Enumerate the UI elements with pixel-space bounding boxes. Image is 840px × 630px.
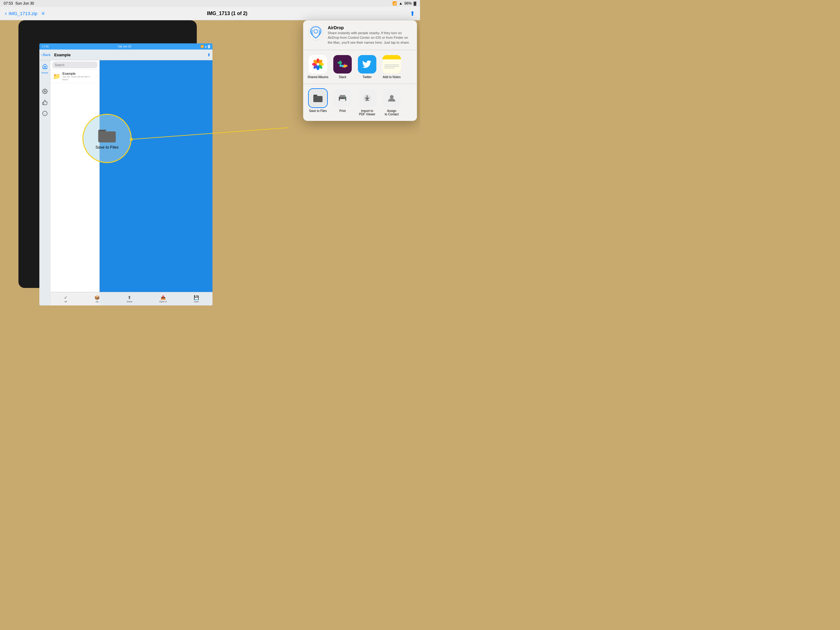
- save-to-files-label: Save to Files: [309, 109, 327, 112]
- share-sheet: AirDrop Share instantly with people near…: [303, 20, 417, 121]
- action-assign-contact[interactable]: Assignto Contact: [381, 89, 403, 116]
- ipad-date: Sat Jun 29: [118, 45, 131, 48]
- sidebar-home-icon[interactable]: [41, 63, 49, 70]
- action-import-pdf[interactable]: Import toPDF Viewer: [356, 89, 378, 116]
- import-pdf-icon: [358, 89, 376, 108]
- ipad-file-panel: 📁 Example Jan 05, 2016 09:46 AM 4 items …: [51, 60, 99, 306]
- toolbar-save[interactable]: 💾 Save: [194, 295, 199, 303]
- svg-rect-4: [98, 131, 116, 142]
- action-print[interactable]: Print: [332, 89, 354, 116]
- ipad-battery: 📶 ▲ ▓: [201, 45, 210, 48]
- annotation-folder-icon: [98, 128, 116, 143]
- file-item-arrow-icon: ›: [96, 75, 97, 78]
- airdrop-section: AirDrop Share instantly with people near…: [303, 20, 417, 50]
- sidebar-home-label: Home: [41, 71, 48, 74]
- photos-icon: [309, 55, 327, 73]
- twitter-icon: [358, 55, 376, 73]
- action-icons-row: Save to Files Print: [303, 84, 417, 121]
- sidebar-thumbsup-icon[interactable]: [41, 99, 49, 106]
- toolbar-zip-label: Zip: [96, 301, 99, 303]
- ipad-sidebar: Home: [39, 60, 51, 306]
- svg-point-18: [317, 63, 319, 65]
- annotation-label: Save to Files: [95, 145, 118, 149]
- svg-point-37: [390, 95, 393, 99]
- status-bar: 07:53 Sun Jun 30 📶 ▲ 96% ▓: [0, 0, 420, 7]
- app-icon-slack[interactable]: Slack: [332, 55, 354, 79]
- slack-icon: [333, 55, 352, 73]
- add-to-notes-label: Add to Notes: [383, 75, 401, 79]
- airdrop-icon: [308, 25, 324, 41]
- all-icon: ✓: [64, 295, 68, 300]
- airdrop-title: AirDrop: [328, 25, 412, 30]
- assign-contact-label: Assignto Contact: [385, 109, 399, 116]
- app-icon-twitter[interactable]: Twitter: [356, 55, 378, 79]
- open-in-icon: 📤: [161, 295, 166, 300]
- ipad-back-label: Back: [43, 53, 51, 57]
- toolbar-save-label: Save: [194, 301, 199, 303]
- file-item-info: Example Jan 05, 2016 09:46 AM 4 items: [62, 72, 94, 81]
- search-input[interactable]: [52, 62, 98, 68]
- slack-label: Slack: [339, 75, 346, 79]
- ipad-toolbar: ✓ All 📦 Zip ⬆ Share 📤 Open In 💾 Save: [51, 292, 212, 306]
- ipad-share-icon[interactable]: ⬆: [207, 52, 211, 57]
- toolbar-all[interactable]: ✓ All: [64, 295, 68, 303]
- twitter-label: Twitter: [363, 75, 371, 79]
- nav-bar: ‹ IMG_1713.zip ≡ IMG_1713 (1 of 2) ⬆: [0, 7, 420, 20]
- toolbar-open-in-label: Open In: [159, 301, 167, 303]
- share-icon[interactable]: ⬆: [410, 10, 415, 17]
- back-chevron-icon: ‹: [5, 10, 7, 17]
- app-icons-row: Shared Albums: [303, 50, 417, 84]
- shared-albums-label: Shared Albums: [308, 75, 328, 79]
- save-icon: 💾: [194, 295, 199, 300]
- menu-icon[interactable]: ≡: [41, 11, 44, 16]
- airdrop-text: AirDrop Share instantly with people near…: [328, 25, 412, 45]
- nav-title: IMG_1713 (1 of 2): [207, 11, 248, 16]
- print-label: Print: [339, 109, 346, 112]
- ipad-status-bar: 17:05 Sat Jun 29 📶 ▲ ▓: [39, 43, 212, 49]
- svg-point-21: [339, 61, 341, 63]
- app-icon-shared-albums[interactable]: Shared Albums: [307, 55, 329, 79]
- action-save-to-files[interactable]: Save to Files: [307, 89, 329, 116]
- file-search-container: [51, 60, 99, 70]
- airdrop-title-bold: AirDrop: [328, 25, 344, 30]
- toolbar-share[interactable]: ⬆ Share: [127, 295, 133, 303]
- ipad-app-bar: ‹ Back Example ⬆: [39, 49, 212, 60]
- file-item-meta: Jan 05, 2016 09:46 AM 4 items: [62, 75, 94, 81]
- ipad-main-area: [99, 60, 212, 306]
- airdrop-description: Share instantly with people nearby. If t…: [328, 31, 412, 45]
- ipad-content: Home: [39, 60, 212, 306]
- svg-point-0: [44, 91, 46, 92]
- svg-rect-30: [313, 96, 322, 102]
- ipad-time: 17:05: [42, 45, 49, 48]
- toolbar-open-in[interactable]: 📤 Open In: [159, 295, 167, 303]
- battery-icon: ▓: [414, 1, 416, 6]
- sidebar-info-icon[interactable]: [41, 110, 49, 117]
- file-item-name: Example: [62, 72, 94, 75]
- back-chevron-icon: ‹: [41, 53, 43, 57]
- ipad-app-title: Example: [54, 52, 70, 57]
- battery-level: 96%: [404, 1, 412, 6]
- app-icon-add-to-notes[interactable]: Add to Notes: [381, 55, 403, 79]
- svg-rect-32: [340, 95, 345, 98]
- folder-icon: 📁: [53, 73, 61, 80]
- toolbar-share-label: Share: [127, 301, 133, 303]
- notes-icon: [382, 55, 401, 73]
- wifi-icon: 📶: [392, 1, 397, 6]
- zip-icon: 📦: [95, 295, 99, 300]
- annotation-circle: Save to Files: [82, 114, 132, 163]
- ipad-screen: 17:05 Sat Jun 29 📶 ▲ ▓ ‹ Back Example ⬆: [39, 43, 212, 306]
- toolbar-zip[interactable]: 📦 Zip: [95, 295, 99, 303]
- status-date: Sun Jun 30: [15, 1, 34, 6]
- save-to-files-icon: [309, 89, 327, 108]
- print-icon: [333, 89, 352, 108]
- toolbar-all-label: All: [65, 301, 67, 303]
- sidebar-settings-icon[interactable]: [41, 88, 49, 95]
- file-item-example[interactable]: 📁 Example Jan 05, 2016 09:46 AM 4 items …: [51, 70, 99, 83]
- svg-rect-29: [339, 65, 344, 67]
- signal-icon: ▲: [399, 1, 403, 6]
- svg-rect-27: [343, 65, 347, 67]
- status-time: 07:53: [4, 1, 13, 6]
- ipad-back-button[interactable]: ‹ Back: [41, 53, 51, 57]
- share-icon: ⬆: [128, 295, 131, 300]
- nav-back-label[interactable]: IMG_1713.zip: [9, 11, 37, 16]
